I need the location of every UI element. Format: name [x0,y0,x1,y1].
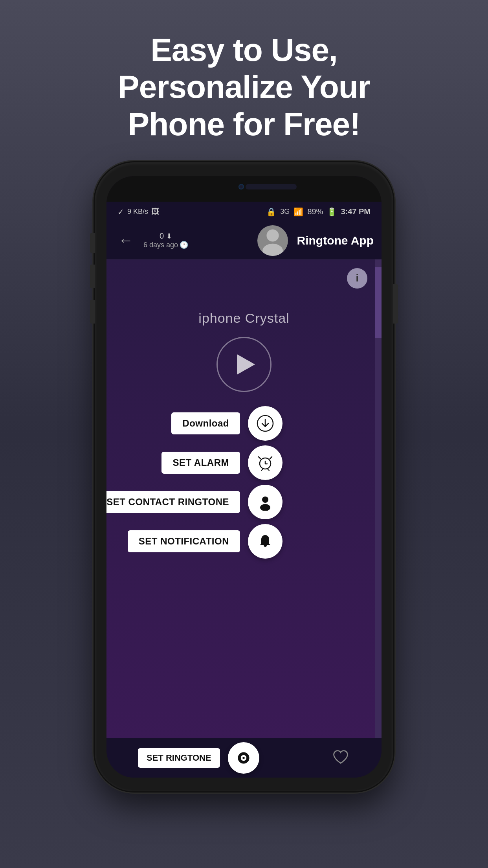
info-button[interactable]: i [347,268,367,289]
download-count: 0 ⬇ [160,232,172,241]
signal-bars-icon: 📶 [294,207,303,217]
action-row-contact: SET CONTACT RINGTONE [106,482,382,522]
contact-person-icon [257,493,274,511]
phone-top-bar [106,176,382,202]
track-title: iphone Crystal [198,311,289,326]
download-label[interactable]: Download [171,412,240,434]
set-ringtone-button[interactable] [228,742,259,774]
person-avatar-icon [257,225,288,256]
download-icon: ⬇ [166,232,172,241]
action-row-download: Download [106,404,382,443]
phone-device: ✓ 9 KB/s 🖼 🔒 3G 📶 89% 🔋 3:47 PM ← 0 ⬇ [95,162,393,791]
app-bar-meta: 0 ⬇ 6 days ago 🕐 [143,232,188,249]
signal-type: 3G [280,208,290,216]
set-alarm-label[interactable]: SET ALARM [161,452,240,474]
status-right: 🔒 3G 📶 89% 🔋 3:47 PM [266,207,371,217]
favorite-button[interactable] [331,748,350,768]
battery-percentage: 89% [307,207,323,216]
battery-icon: 🔋 [327,207,337,217]
app-title: Ringtone App [297,234,374,247]
svg-point-8 [242,757,244,759]
headline-line1: Easy to Use, [150,32,338,68]
phone-screen: ✓ 9 KB/s 🖼 🔒 3G 📶 89% 🔋 3:47 PM ← 0 ⬇ [106,176,382,778]
volume-down-button [90,300,95,324]
set-notification-label[interactable]: SET NOTIFICATION [128,530,240,552]
lock-icon: 🔒 [266,207,276,217]
headline-line3: Phone for Free! [128,106,360,142]
svg-point-1 [262,244,283,256]
network-speed: 9 KB/s [127,208,148,216]
set-contact-ringtone-label[interactable]: SET CONTACT RINGTONE [106,491,240,513]
set-notification-button[interactable] [248,524,283,559]
silent-button [90,233,95,253]
speaker-icon [236,750,251,766]
image-icon: 🖼 [151,207,159,216]
status-left: ✓ 9 KB/s 🖼 [117,207,159,217]
set-alarm-button[interactable] [248,445,283,480]
alarm-clock-icon [257,454,274,471]
power-button [393,284,398,324]
earpiece-speaker [246,184,297,189]
svg-point-4 [262,497,268,503]
scrollbar-thumb [375,267,382,338]
play-triangle-icon [237,354,255,375]
action-row-alarm: SET ALARM [106,443,382,482]
sync-icon: ✓ [117,207,124,217]
app-bar: ← 0 ⬇ 6 days ago 🕐 Rington [106,222,382,259]
play-button[interactable] [216,337,272,392]
time-ago: 6 days ago 🕐 [143,241,188,249]
headline: Easy to Use, Personalize Your Phone for … [86,0,402,162]
set-contact-button[interactable] [248,485,283,519]
clock-time: 3:47 PM [341,207,371,216]
headline-line2: Personalize Your [118,69,370,105]
download-action-button[interactable] [248,406,283,441]
front-camera [238,184,244,189]
volume-up-button [90,265,95,288]
bell-icon [257,533,274,550]
avatar [257,225,288,256]
action-row-notification: SET NOTIFICATION [106,522,382,561]
back-button[interactable]: ← [114,230,137,251]
bottom-nav: SET RINGTONE [106,738,382,778]
status-bar: ✓ 9 KB/s 🖼 🔒 3G 📶 89% 🔋 3:47 PM [106,202,382,222]
svg-point-5 [260,504,270,511]
content-area: i iphone Crystal Download [106,259,382,738]
set-ringtone-row: SET RINGTONE [138,742,259,774]
svg-point-0 [267,229,279,241]
heart-icon [331,748,350,767]
set-ringtone-label[interactable]: SET RINGTONE [138,748,220,768]
clock-icon: 🕐 [180,241,188,249]
action-buttons-container: Download SET ALARM [106,404,382,561]
download-circle-icon [257,415,274,432]
